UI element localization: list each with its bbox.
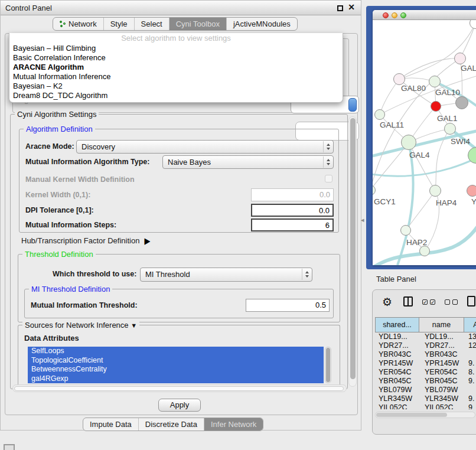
minimized-panel-icon[interactable]	[4, 444, 15, 450]
node-label: GCY1	[374, 197, 396, 206]
deselect-all-checkbox-icon	[452, 299, 458, 305]
network-node-gal[interactable]	[454, 53, 466, 64]
network-node-swi4[interactable]	[444, 123, 456, 135]
table-horizontal-scrollbar[interactable]	[375, 412, 475, 418]
network-canvas[interactable]: GALGAL80GAL10GAL1GAL11SWI4GAL4GCY1HAP4YH…	[373, 20, 476, 265]
table-cell: YBR043C	[375, 350, 420, 359]
tab-network[interactable]: Network	[53, 18, 103, 30]
network-icon	[60, 21, 66, 28]
mi-steps-label: Mutual Information Steps:	[25, 221, 116, 229]
attribute-item-gal4rgexp[interactable]: gal4RGexp	[28, 374, 324, 384]
table-row[interactable]: YPR145WYPR145W9.	[375, 359, 476, 368]
table-rows[interactable]: YDL19...YDL19...13YDR27...YDR27...12YBR0…	[375, 332, 476, 409]
gear-icon[interactable]: ⚙	[382, 295, 392, 309]
table-cell: YER054C	[420, 368, 465, 377]
aracne-mode-label: Aracne Mode:	[25, 142, 74, 151]
which-threshold-label: Which threshold to use:	[53, 270, 136, 278]
data-attributes-label: Data Attributes	[24, 334, 79, 343]
table-row[interactable]: YIL052CYIL052C9	[375, 403, 476, 409]
table-row[interactable]: YBR045CYBR045C9.	[375, 377, 476, 386]
column-header-name[interactable]: name	[419, 317, 464, 332]
mi-threshold-label: Mutual Information Threshold:	[31, 301, 138, 309]
table-row[interactable]: YDL19...YDL19...13	[375, 332, 476, 341]
panel-collapse-icon[interactable]: ◂	[361, 216, 364, 224]
network-node-hap2[interactable]	[400, 225, 411, 236]
tab-discretize-data[interactable]: Discretize Data	[138, 418, 204, 431]
manual-kernel-width-checkbox[interactable]	[325, 175, 332, 182]
table-cell: 9	[465, 403, 476, 409]
table-cell: YDL19...	[420, 332, 465, 341]
table-cell: 8.	[465, 368, 476, 377]
attributes-scrollbar[interactable]	[325, 347, 331, 383]
close-icon[interactable]: ✕	[348, 2, 355, 12]
deselect-all-checkbox-icon[interactable]	[445, 299, 450, 305]
network-node-gal10[interactable]	[429, 76, 441, 87]
network-node-hap4[interactable]	[429, 185, 441, 197]
network-node-gal4[interactable]	[401, 135, 416, 150]
network-window-titlebar[interactable]	[373, 10, 476, 20]
mi-steps-input[interactable]: 6	[251, 219, 334, 231]
which-threshold-select[interactable]: MI Threshold	[140, 268, 312, 282]
control-panel-window: Control Panel ✕ NetworkStyleSelectCyni T…	[0, 0, 361, 431]
columns-icon[interactable]	[403, 296, 413, 306]
table-row[interactable]: YBL079WYBL079W	[375, 386, 476, 394]
column-header-a[interactable]: A	[464, 317, 476, 332]
data-attributes-list[interactable]: SelfLoopsTopologicalCoefficientBetweenne…	[28, 347, 324, 383]
column-header-shared[interactable]: shared...	[375, 317, 419, 332]
settings-horizontal-scrollbar[interactable]	[12, 384, 347, 392]
tab-style[interactable]: Style	[103, 18, 134, 30]
dpi-tolerance-input[interactable]: 0.0	[251, 204, 334, 217]
algorithm-dropdown-popup: Select algorithm to view settings Bayesi…	[9, 33, 343, 103]
hub-definition-expander[interactable]: Hub/Transcription Factor Definition▶	[21, 236, 150, 245]
export-table-icon[interactable]	[467, 296, 475, 306]
tab-impute-data[interactable]: Impute Data	[83, 418, 138, 431]
network-node-gal80[interactable]	[393, 73, 405, 85]
tab-cyni-toolbox[interactable]: Cyni Toolbox	[169, 18, 226, 30]
algorithm-definition-group: Algorithm Definition Aracne Mode: Discov…	[19, 129, 339, 233]
mi-threshold-input[interactable]: 0.5	[246, 299, 330, 312]
algorithm-option-basic-correlation-inference[interactable]: Basic Correlation Inference	[9, 53, 343, 63]
algorithm-option-dream8-dc-tdc-algorithm[interactable]: Dream8 DC_TDC Algorithm	[9, 91, 343, 100]
algorithm-option-bayesian-hill-climbing[interactable]: Bayesian – Hill Climbing	[9, 44, 343, 53]
apply-button[interactable]: Apply	[158, 399, 201, 412]
network-node-gal1[interactable]	[431, 101, 441, 112]
network-node[interactable]	[455, 96, 468, 109]
table-cell: YBL079W	[420, 386, 465, 394]
close-traffic-icon[interactable]	[383, 12, 389, 18]
select-all-checkbox-icon[interactable]: ✓	[422, 299, 428, 305]
float-window-icon[interactable]	[337, 5, 343, 11]
table-row[interactable]: YDR27...YDR27...12	[375, 341, 476, 350]
tab-jactivemnodules[interactable]: jActiveMNodules	[226, 18, 297, 30]
attribute-item-selfloops[interactable]: SelfLoops	[28, 347, 324, 356]
combo-spinner-icon	[323, 141, 332, 152]
node-label: GAL4	[409, 151, 430, 159]
attribute-item-topologicalcoefficient[interactable]: TopologicalCoefficient	[28, 356, 324, 366]
mi-algorithm-type-select[interactable]: Naive Bayes	[162, 155, 334, 169]
tab-infer-network[interactable]: Infer Network	[204, 418, 263, 431]
attribute-item-betweennesscentrality[interactable]: BetweennessCentrality	[28, 365, 324, 374]
table-panel-window: ⚙ ✓ ✓ shared...nameA YDL19...YDL19...13Y…	[372, 289, 476, 435]
control-panel-titlebar[interactable]: Control Panel ✕	[1, 1, 361, 15]
minimize-traffic-icon[interactable]	[392, 12, 397, 18]
network-node-y[interactable]	[467, 185, 476, 197]
sources-group: Sources for Network Inference ▼ Data Att…	[18, 325, 340, 387]
table-row[interactable]: YLR345WYLR345W9.	[375, 394, 476, 403]
table-cell: YDR27...	[375, 341, 420, 350]
table-cell: YPR145W	[375, 359, 420, 368]
network-node[interactable]	[419, 246, 430, 256]
settings-vertical-scrollbar[interactable]	[348, 116, 357, 387]
algorithm-option-mutual-information-inference[interactable]: Mutual Information Inference	[9, 72, 343, 81]
table-row[interactable]: YER054CYER054C8.	[375, 368, 476, 377]
dpi-tolerance-label: DPI Tolerance [0,1]:	[25, 206, 94, 214]
kernel-width-input[interactable]: 0.0	[251, 188, 334, 201]
tab-select[interactable]: Select	[134, 18, 169, 30]
algorithm-option-aracne-algorithm[interactable]: ARACNE Algorithm	[9, 63, 343, 72]
algorithm-option-bayesian-k2[interactable]: Bayesian – K2	[9, 81, 343, 91]
aracne-mode-select[interactable]: Discovery	[76, 140, 334, 154]
sources-group-title[interactable]: Sources for Network Inference ▼	[22, 321, 139, 330]
network-node-gal11[interactable]	[374, 109, 385, 120]
table-cell: 9.	[465, 377, 476, 386]
mi-algorithm-type-label: Mutual Information Algorithm Type:	[25, 158, 149, 166]
table-row[interactable]: YBR043CYBR043C	[375, 350, 476, 359]
zoom-traffic-icon[interactable]	[400, 12, 406, 18]
